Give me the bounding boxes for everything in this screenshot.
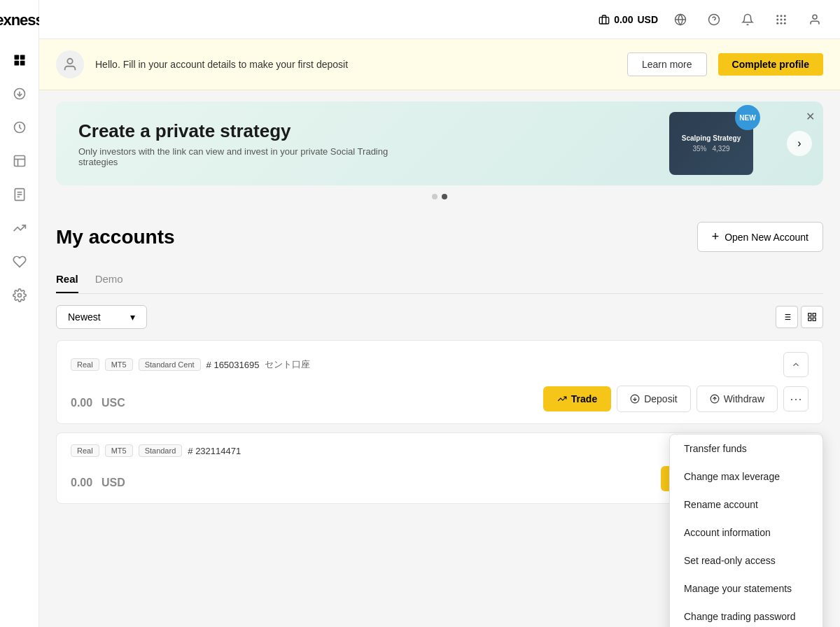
promo-text: Create a private strategy Only investors…	[78, 120, 428, 167]
banner-text: Hello. Fill in your account details to m…	[95, 59, 616, 70]
context-menu-change-leverage[interactable]: Change max leverage	[670, 463, 822, 491]
profile-completion-icon	[56, 50, 84, 78]
accounts-header: My accounts + Open New Account	[56, 222, 823, 252]
svg-rect-1	[20, 55, 24, 60]
context-menu-rename-account[interactable]: Rename account	[670, 491, 822, 519]
context-menu-set-readonly[interactable]: Set read-only access	[670, 547, 822, 575]
svg-point-20	[780, 15, 783, 17]
sidebar-item-favorites[interactable]	[6, 248, 34, 276]
new-badge: NEW	[735, 105, 760, 130]
open-new-account-button[interactable]: + Open New Account	[697, 222, 823, 252]
account-1-more-button[interactable]: ⋯	[783, 386, 808, 411]
sidebar-item-settings[interactable]	[6, 281, 34, 309]
list-view-icon	[782, 312, 792, 322]
account-1-trade-button[interactable]: Trade	[543, 386, 611, 411]
withdraw-icon	[710, 394, 720, 404]
notification-banner: Hello. Fill in your account details to m…	[39, 39, 840, 90]
account-2-type-tag: Real	[71, 444, 99, 457]
topbar: 0.00 USD	[39, 0, 840, 39]
account-2-currency: USD	[102, 477, 125, 488]
svg-point-27	[784, 22, 786, 24]
svg-rect-14	[600, 17, 609, 23]
learn-more-button[interactable]: Learn more	[627, 52, 707, 76]
account-1-withdraw-button[interactable]: Withdraw	[696, 386, 778, 412]
account-2-accounttype-tag: Standard	[139, 444, 183, 457]
svg-rect-39	[813, 318, 816, 320]
wallet-icon	[598, 14, 610, 25]
help-icon[interactable]	[703, 8, 725, 31]
filter-row: Newest ▾	[56, 305, 823, 329]
svg-rect-0	[14, 55, 19, 60]
sidebar-item-history[interactable]	[6, 113, 34, 141]
context-menu-transfer-funds[interactable]: Transfer funds	[670, 435, 822, 463]
promo-dot-1[interactable]	[432, 194, 438, 199]
account-1-balance: 0.00 USC	[71, 386, 125, 412]
account-2-balance: 0.00 USD	[71, 466, 125, 492]
svg-rect-3	[20, 61, 24, 66]
apps-icon[interactable]	[770, 8, 792, 31]
promo-card-thumb: NEW Scalping Strategy 35% 4,329	[669, 112, 753, 175]
account-1-currency: USC	[102, 397, 125, 409]
sidebar-item-statements[interactable]	[6, 181, 34, 209]
svg-rect-37	[813, 314, 816, 316]
svg-point-25	[776, 22, 778, 24]
sidebar-item-trading[interactable]	[6, 214, 34, 242]
account-tabs: Real Demo	[56, 266, 823, 294]
svg-point-13	[18, 294, 21, 297]
svg-point-21	[784, 15, 786, 17]
context-menu: Transfer funds Change max leverage Renam…	[669, 434, 823, 627]
balance-currency: USD	[637, 14, 658, 25]
promo-close-button[interactable]: ✕	[806, 110, 815, 123]
promo-dots	[56, 194, 823, 199]
view-toggle	[776, 306, 823, 328]
sort-label: Newest	[68, 311, 101, 323]
list-view-button[interactable]	[776, 306, 798, 328]
plus-icon: +	[712, 230, 720, 244]
account-1-collapse-button[interactable]	[783, 352, 808, 377]
svg-rect-6	[14, 156, 24, 167]
sort-select[interactable]: Newest ▾	[56, 305, 147, 329]
svg-point-22	[776, 18, 778, 20]
svg-point-23	[780, 18, 783, 20]
deposit-icon	[630, 394, 640, 404]
account-1-type-tag: Real	[71, 358, 99, 371]
promo-dot-2[interactable]	[442, 194, 447, 199]
account-1-accounttype-tag: Standard Cent	[139, 358, 201, 371]
sidebar-item-dashboard[interactable]	[6, 46, 34, 74]
context-menu-change-password[interactable]: Change trading password	[670, 603, 822, 627]
account-2-id: # 232114471	[188, 446, 241, 456]
context-menu-account-information[interactable]: Account information	[670, 519, 822, 547]
account-card-1-header: Real MT5 Standard Cent # 165031695 セント口座	[71, 352, 808, 377]
svg-point-26	[780, 22, 783, 24]
promo-card: ✕ Create a private strategy Only investo…	[56, 101, 823, 185]
accounts-title: My accounts	[56, 226, 175, 248]
notifications-icon[interactable]	[736, 8, 759, 31]
grid-view-icon	[807, 312, 817, 322]
sidebar-item-reports[interactable]	[6, 147, 34, 175]
language-icon[interactable]	[669, 8, 692, 31]
promo-image: NEW Scalping Strategy 35% 4,329	[641, 101, 781, 185]
balance-amount: 0.00	[614, 14, 633, 25]
tab-real[interactable]: Real	[56, 266, 78, 293]
promo-section: ✕ Create a private strategy Only investo…	[39, 90, 840, 211]
account-1-actions: Trade Deposit Withdraw ⋯	[543, 386, 808, 412]
complete-profile-button[interactable]: Complete profile	[718, 53, 823, 76]
account-1-tags: Real MT5 Standard Cent # 165031695 セント口座	[71, 358, 310, 371]
svg-point-28	[813, 15, 817, 19]
chevron-up-icon	[791, 360, 801, 369]
balance-display: 0.00 USD	[598, 14, 658, 25]
promo-stat2: 4,329	[712, 145, 729, 153]
grid-view-button[interactable]	[801, 306, 823, 328]
sidebar-item-deposit[interactable]	[6, 80, 34, 108]
account-1-deposit-button[interactable]: Deposit	[617, 386, 690, 412]
tab-demo[interactable]: Demo	[95, 266, 123, 293]
promo-next-button[interactable]: ›	[787, 131, 812, 156]
promo-title: Create a private strategy	[78, 120, 428, 142]
profile-icon[interactable]	[804, 8, 826, 31]
promo-subtitle: Only investors with the link can view an…	[78, 146, 428, 167]
svg-rect-38	[808, 318, 811, 320]
svg-point-24	[784, 18, 786, 20]
context-menu-manage-statements[interactable]: Manage your statements	[670, 575, 822, 603]
chevron-down-icon: ▾	[130, 311, 135, 323]
account-2-tags: Real MT5 Standard # 232114471	[71, 444, 241, 457]
